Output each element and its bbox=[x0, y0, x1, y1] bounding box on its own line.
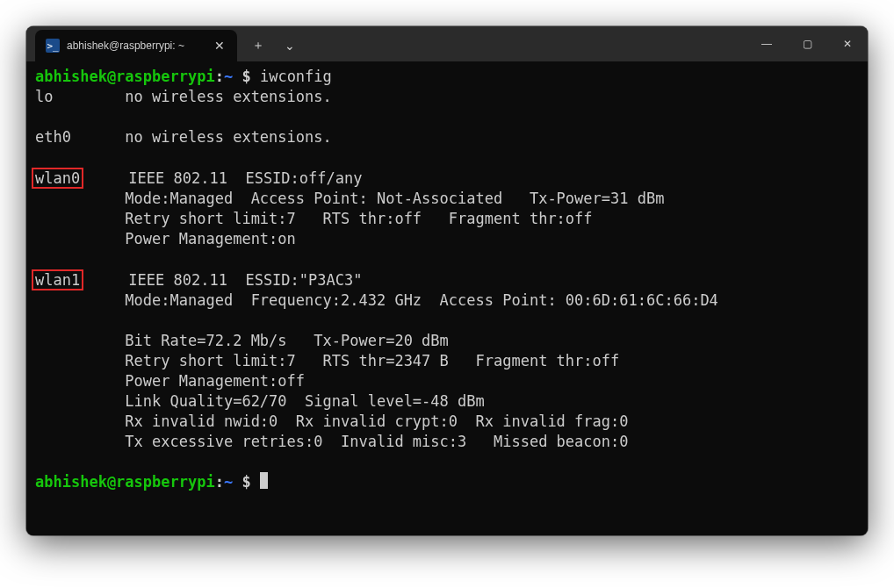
output-wlan1-l8: Tx excessive retries:0 Invalid misc:3 Mi… bbox=[35, 433, 629, 450]
highlight-wlan1: wlan1 bbox=[32, 269, 83, 290]
output-wlan1-l7: Rx invalid nwid:0 Rx invalid crypt:0 Rx … bbox=[35, 412, 629, 430]
output-wlan1-l4: Retry short limit:7 RTS thr=2347 B Fragm… bbox=[35, 352, 619, 369]
terminal-body[interactable]: abhishek@raspberrypi:~ $ iwconfig lo no … bbox=[26, 61, 868, 535]
output-wlan1-l1: IEEE 802.11 ESSID:"P3AC3" bbox=[83, 271, 362, 289]
titlebar-drag-region[interactable] bbox=[306, 26, 746, 61]
prompt-line-2: abhishek@raspberrypi:~ $ bbox=[35, 473, 268, 491]
tab-dropdown-button[interactable]: ⌄ bbox=[274, 30, 306, 61]
tab-actions: ＋ ⌄ bbox=[237, 30, 306, 61]
prompt-line-1: abhishek@raspberrypi:~ $ iwconfig bbox=[35, 68, 332, 85]
output-wlan0-l3: Retry short limit:7 RTS thr:off Fragment… bbox=[35, 210, 593, 227]
output-lo: lo no wireless extensions. bbox=[35, 88, 332, 105]
output-eth0: eth0 no wireless extensions. bbox=[35, 128, 332, 146]
new-tab-button[interactable]: ＋ bbox=[242, 30, 274, 61]
output-wlan0-l2: Mode:Managed Access Point: Not-Associate… bbox=[35, 190, 664, 207]
output-wlan0-row: wlan0 IEEE 802.11 ESSID:off/any bbox=[35, 169, 362, 187]
tab-active[interactable]: >_ abhishek@raspberrypi: ~ ✕ bbox=[35, 30, 237, 61]
tab-close-button[interactable]: ✕ bbox=[211, 39, 228, 53]
output-wlan1-l3: Bit Rate=72.2 Mb/s Tx-Power=20 dBm bbox=[35, 332, 449, 349]
close-button[interactable]: ✕ bbox=[827, 26, 868, 61]
powershell-icon: >_ bbox=[46, 39, 60, 53]
prompt-user-host: abhishek@raspberrypi bbox=[35, 68, 215, 85]
cursor bbox=[260, 472, 268, 489]
output-wlan1-row: wlan1 IEEE 802.11 ESSID:"P3AC3" bbox=[35, 271, 362, 289]
prompt-symbol: $ bbox=[233, 473, 260, 491]
output-wlan1-l5: Power Management:off bbox=[35, 372, 305, 390]
prompt-path: ~ bbox=[224, 68, 233, 85]
prompt-user-host: abhishek@raspberrypi bbox=[35, 473, 215, 491]
prompt-path: ~ bbox=[224, 473, 233, 491]
title-bar[interactable]: >_ abhishek@raspberrypi: ~ ✕ ＋ ⌄ — ▢ ✕ bbox=[26, 26, 868, 61]
window-controls: — ▢ ✕ bbox=[746, 26, 868, 61]
output-wlan1-l2: Mode:Managed Frequency:2.432 GHz Access … bbox=[35, 291, 718, 309]
minimize-button[interactable]: — bbox=[746, 26, 787, 61]
prompt-symbol: $ bbox=[233, 68, 260, 85]
output-wlan0-l1: IEEE 802.11 ESSID:off/any bbox=[83, 169, 362, 187]
tab-title: abhishek@raspberrypi: ~ bbox=[67, 39, 204, 52]
prompt-colon: : bbox=[215, 68, 224, 85]
terminal-window: >_ abhishek@raspberrypi: ~ ✕ ＋ ⌄ — ▢ ✕ a… bbox=[26, 26, 868, 535]
highlight-wlan0: wlan0 bbox=[32, 168, 83, 189]
prompt-colon: : bbox=[215, 473, 224, 491]
maximize-button[interactable]: ▢ bbox=[787, 26, 827, 61]
output-wlan1-l6: Link Quality=62/70 Signal level=-48 dBm bbox=[35, 392, 485, 410]
output-wlan0-l4: Power Management:on bbox=[35, 230, 296, 247]
command-1: iwconfig bbox=[260, 68, 332, 85]
